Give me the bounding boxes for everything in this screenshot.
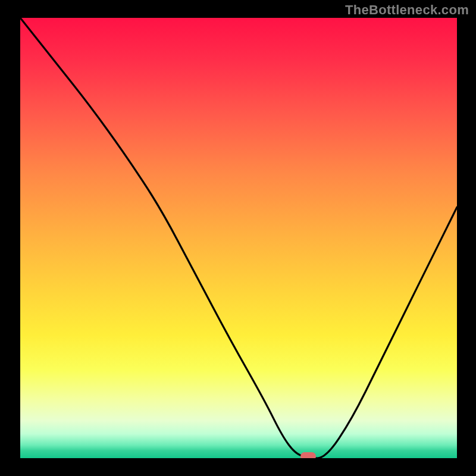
chart-container: TheBottleneck.com xyxy=(0,0,476,476)
optimal-point-marker xyxy=(300,452,316,458)
watermark-text: TheBottleneck.com xyxy=(345,2,469,18)
bottleneck-curve xyxy=(20,18,457,458)
plot-area xyxy=(20,18,457,458)
